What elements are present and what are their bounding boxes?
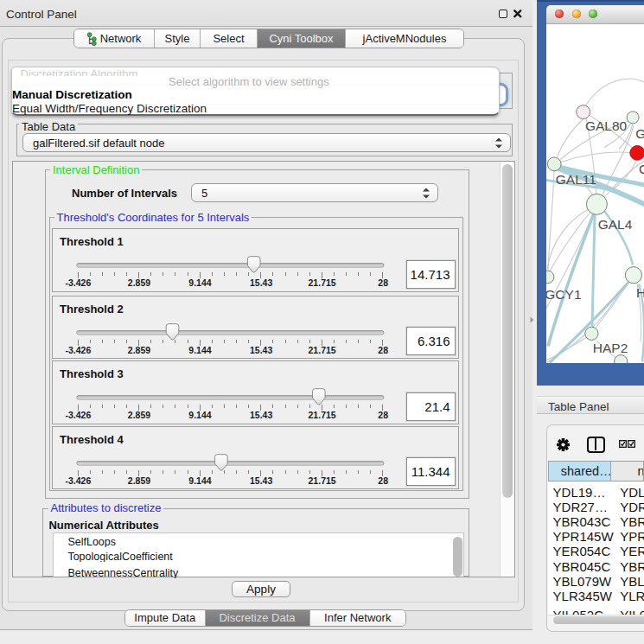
svg-text:GCY1: GCY1	[546, 286, 582, 301]
svg-text:GAL80: GAL80	[585, 118, 628, 133]
svg-text:GA: GA	[635, 125, 644, 140]
svg-text:HAP2: HAP2	[593, 341, 628, 355]
svg-text:GAL4: GAL4	[598, 217, 633, 232]
svg-text:H: H	[636, 284, 644, 299]
svg-text:GAL11: GAL11	[556, 172, 596, 187]
svg-text:C: C	[639, 162, 644, 176]
